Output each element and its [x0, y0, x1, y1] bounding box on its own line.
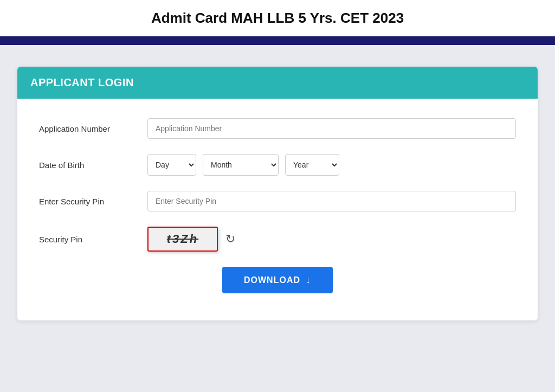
login-card: APPLICANT LOGIN Application Number Date …	[17, 67, 538, 320]
day-select[interactable]: Day 12345 678910 1112131415 1617181920 2…	[147, 154, 196, 176]
security-pin-input[interactable]	[147, 191, 516, 211]
security-pin-label: Enter Security Pin	[39, 197, 147, 206]
page-title: Admit Card MAH LLB 5 Yrs. CET 2023	[11, 10, 544, 27]
month-select[interactable]: Month JanuaryFebruaryMarch AprilMayJune …	[203, 154, 279, 176]
page-body: APPLICANT LOGIN Application Number Date …	[0, 45, 555, 342]
download-label: DOWNLOAD	[244, 275, 300, 285]
application-number-label: Application Number	[39, 124, 147, 133]
card-title: APPLICANT LOGIN	[30, 76, 525, 89]
captcha-image: t3Zh	[147, 227, 218, 252]
application-number-row: Application Number	[39, 118, 516, 139]
security-pin-row: Enter Security Pin	[39, 191, 516, 211]
captcha-row: Security Pin t3Zh ↻	[39, 227, 516, 252]
application-number-input[interactable]	[147, 118, 516, 139]
card-body: Application Number Date of Birth Day 123…	[17, 99, 538, 320]
year-select[interactable]: Year 1995199619971998 1999200020012002 2…	[285, 154, 339, 176]
download-arrow-icon: ↓	[306, 274, 311, 286]
navy-bar	[0, 38, 555, 45]
download-button[interactable]: DOWNLOAD ↓	[222, 267, 333, 293]
refresh-icon[interactable]: ↻	[225, 232, 235, 246]
captcha-container: t3Zh ↻	[147, 227, 235, 252]
date-of-birth-row: Date of Birth Day 12345 678910 111213141…	[39, 154, 516, 176]
card-header: APPLICANT LOGIN	[17, 67, 538, 99]
date-of-birth-label: Date of Birth	[39, 160, 147, 170]
download-row: DOWNLOAD ↓	[39, 267, 516, 293]
captcha-label: Security Pin	[39, 235, 147, 244]
page-header: Admit Card MAH LLB 5 Yrs. CET 2023	[0, 0, 555, 38]
dob-selects: Day 12345 678910 1112131415 1617181920 2…	[147, 154, 339, 176]
